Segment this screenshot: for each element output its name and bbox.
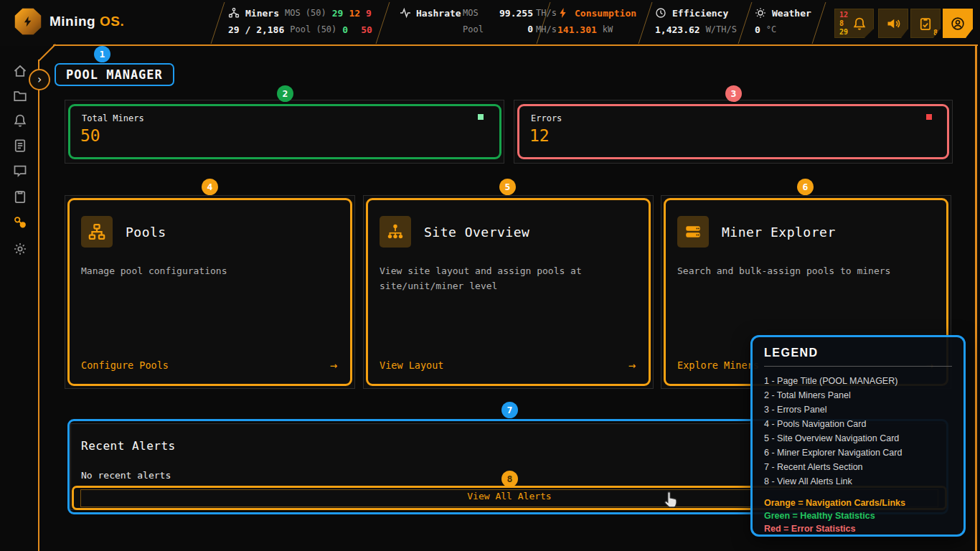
brand-suffix: OS.: [100, 14, 124, 29]
pools-card[interactable]: Pools Manage pool configurations Configu…: [65, 195, 355, 389]
sidebar-expand-button[interactable]: ›: [29, 69, 50, 90]
som-badge-3: 3: [725, 85, 742, 102]
file-text-icon: [13, 138, 27, 153]
miner-explorer-card-title: Miner Explorer: [722, 225, 836, 240]
bolt-icon: [557, 7, 569, 19]
total-miners-label: Total Miners: [82, 113, 144, 123]
weather-label: Weather: [772, 8, 811, 19]
arrow-right-icon[interactable]: →: [330, 358, 337, 372]
mining-os-app: Mining OS. Miners MOS (50) 29 12 9 29 / …: [0, 0, 980, 551]
bell-icon: [852, 17, 867, 31]
legend-item: 6 - Miner Explorer Navigation Card: [764, 446, 952, 460]
som-badge-4: 4: [202, 179, 218, 195]
header-divider: [812, 2, 826, 44]
efficiency-label: Efficiency: [672, 8, 728, 19]
hashrate-pool-value: 0: [493, 24, 536, 34]
notification-counts: 12 8 29: [839, 11, 848, 37]
recent-alerts-title: Recent Alerts: [81, 439, 176, 453]
som-legend: LEGEND 1 - Page Title (POOL MANAGER) 2 -…: [750, 335, 966, 537]
home-icon: [13, 64, 27, 78]
total-miners-panel: Total Miners 50: [65, 100, 504, 164]
consumption-stat-group: Consumption 141.301 kW: [557, 7, 636, 35]
header-divider: [376, 2, 390, 44]
errors-label: Errors: [531, 113, 562, 123]
hashrate-label: Hashrate: [416, 8, 461, 19]
brand-primary: Mining: [50, 14, 95, 29]
chevron-right-icon: ›: [36, 73, 42, 86]
explore-miners-link[interactable]: Explore Miners: [677, 359, 759, 371]
org-tree-icon: [387, 223, 404, 240]
configure-pools-link[interactable]: Configure Pools: [81, 359, 169, 371]
efficiency-unit: W/TH/S: [706, 24, 737, 34]
hashrate-mos-value: 99.255: [493, 8, 536, 19]
sidebar-item-settings[interactable]: [13, 242, 27, 256]
site-overview-card-tile: [380, 216, 411, 248]
bell-icon: [13, 113, 27, 128]
legend-note-green: Green = Healthy Statistics: [764, 509, 952, 522]
sidebar-item-reports[interactable]: [13, 138, 27, 153]
content-frame-top-border: [53, 44, 978, 46]
legend-item: 1 - Page Title (POOL MANAGER): [764, 374, 952, 388]
brand-logo[interactable]: Mining OS.: [14, 8, 124, 35]
sidebar-item-home[interactable]: [13, 64, 27, 78]
weather-value: 0: [755, 24, 760, 35]
legend-title: LEGEND: [764, 347, 952, 359]
consumption-unit: kW: [603, 24, 613, 34]
chat-icon: [13, 164, 27, 178]
header-divider: [738, 2, 753, 44]
som-badge-6: 6: [797, 179, 814, 195]
pools-card-tile: [81, 216, 113, 248]
som-badge-2: 2: [277, 85, 293, 102]
miners-pool-label: Pool (50): [290, 24, 336, 34]
top-header: Mining OS. Miners MOS (50) 29 12 9 29 / …: [0, 0, 980, 46]
page-title: POOL MANAGER: [55, 63, 174, 86]
miners-total: 29 / 2,186: [228, 24, 284, 35]
user-icon: [951, 17, 965, 31]
legend-note-orange: Orange = Navigation Cards/Links: [764, 496, 952, 509]
content-frame-left-border: [38, 60, 39, 551]
pools-card-title: Pools: [126, 225, 166, 240]
miners-mos-err: 9: [366, 8, 372, 19]
sidebar-item-notifications[interactable]: [13, 113, 27, 128]
legend-item: 5 - Site Overview Navigation Card: [764, 431, 952, 446]
arrow-right-icon[interactable]: →: [628, 358, 636, 372]
weather-unit: °C: [766, 24, 776, 34]
clipboard-check-icon: [918, 17, 933, 31]
site-overview-card[interactable]: Site Overview View site layout and assig…: [363, 195, 654, 389]
clipboard-icon: [13, 189, 27, 204]
folder-icon: [13, 89, 27, 103]
miners-pool-ok: 0: [342, 24, 348, 35]
som-badge-7: 7: [501, 402, 518, 418]
mining-os-logo-icon: [14, 8, 42, 35]
sitemap-icon: [88, 223, 105, 240]
sidebar-item-files[interactable]: [13, 89, 27, 103]
hashrate-pool-label: Pool: [463, 24, 493, 34]
legend-item: 2 - Total Miners Panel: [764, 388, 952, 402]
recent-alerts-empty-text: No recent alerts: [81, 470, 171, 481]
tasks-button[interactable]: 8: [910, 9, 941, 38]
view-layout-link[interactable]: View Layout: [380, 359, 443, 371]
errors-value: 12: [529, 126, 550, 145]
som-badge-8: 8: [501, 471, 518, 487]
notif-count-critical: 12: [839, 11, 848, 19]
sun-icon: [755, 7, 766, 19]
miners-mos-label: MOS (50): [285, 8, 326, 18]
notif-count-warning: 8: [839, 19, 848, 28]
miners-pool-err: 50: [361, 24, 372, 35]
server-icon: [684, 223, 702, 240]
miners-mos-ok: 29: [332, 8, 344, 19]
som-badge-5: 5: [499, 179, 516, 195]
user-profile-button[interactable]: [943, 9, 973, 38]
notifications-button[interactable]: 12 8 29: [834, 9, 874, 38]
errors-panel: Errors 12: [514, 100, 953, 164]
sidebar-item-tasks[interactable]: [13, 189, 27, 204]
sound-button[interactable]: [878, 9, 908, 38]
healthy-indicator-dot: [478, 114, 484, 120]
legend-item: 4 - Pools Navigation Card: [764, 417, 952, 431]
sidebar-item-messages[interactable]: [13, 164, 27, 178]
sidebar-item-pools[interactable]: [13, 215, 27, 230]
pools-card-description: Manage pool configurations: [81, 263, 341, 278]
hashrate-mos-label: MOS: [463, 8, 493, 18]
efficiency-stat-group: Efficiency 1,423.62 W/TH/S: [655, 7, 737, 35]
legend-item: 3 - Errors Panel: [764, 402, 952, 417]
